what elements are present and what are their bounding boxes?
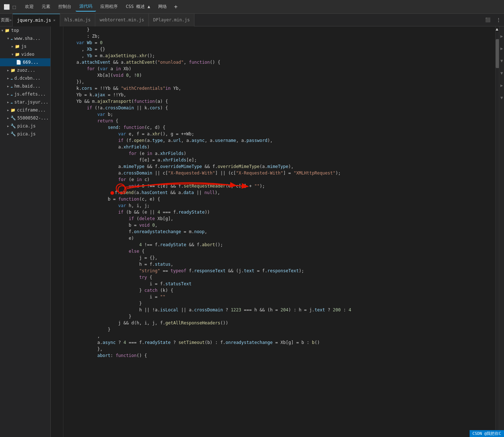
sidebar-item-www[interactable]: ▼ ☁ www.sha... [0, 34, 50, 42]
right-side-panel: ▶ ▶ ▼ ▼ ▶ ▼ [499, 26, 504, 437]
file-icon: 🔧 [10, 131, 16, 136]
nav-extra-button[interactable]: ▼ [500, 95, 503, 100]
tab-close-icon[interactable]: ✕ [53, 18, 55, 22]
menu-network[interactable]: 网络 [155, 2, 171, 11]
sidebar-item-label: hm.baid... [14, 84, 40, 89]
scroll-track [496, 68, 499, 432]
expand-icon: » [9, 18, 12, 22]
expand-tab-button[interactable]: ⬛ [482, 14, 493, 26]
sidebar-item-label: video [21, 52, 34, 57]
tab-hls-min[interactable]: hls.min.js [60, 14, 95, 26]
tab-menu-button[interactable]: ⋮ [493, 14, 504, 26]
status-bar: CSDN @我把你C [470, 430, 504, 437]
sidebar-item-label: d.dcvbn... [14, 76, 40, 81]
sidebar-item-669[interactable]: 📄 669... [0, 58, 50, 66]
sidebar-item-pica2[interactable]: ▶ 🔧 pica.js [0, 130, 50, 138]
tree-arrow-icon: ▼ [1, 29, 3, 32]
cloud-icon: ☁ [10, 76, 13, 81]
menu-css-overview[interactable]: CSS 概述 ▲ [122, 2, 154, 11]
cloud-icon: ☁ [10, 84, 13, 89]
gutter [51, 26, 63, 437]
sidebar-item-hmbaid[interactable]: ▶ ☁ hm.baid... [0, 82, 50, 90]
tab-bar: 页面 » jquery.min.js ✕ hls.min.js webtorre… [0, 14, 504, 26]
nav-down-button[interactable]: ▼ [500, 58, 503, 63]
tab-label: hls.min.js [64, 17, 91, 22]
nav-up-button[interactable]: ▶ [500, 34, 503, 39]
sidebar-item-label: js.effets... [14, 92, 46, 97]
sidebar-item-starjsyur[interactable]: ▶ ☁ star.jsyur... [0, 98, 50, 106]
sidebar-item-label: js [21, 44, 26, 49]
menu-sources[interactable]: 源代码 [76, 2, 96, 12]
sidebar-item-zuoz[interactable]: ▶ 📁 zuoz... [0, 66, 50, 74]
file-icon: 📄 [16, 60, 21, 65]
tree-arrow-icon: ▶ [7, 117, 9, 120]
sidebar-item-label: zuoz... [17, 68, 35, 73]
cloud-icon: ☁ [10, 100, 13, 105]
tab-label: DPlayer.min.js [153, 17, 190, 22]
cloud-icon: ☁ [10, 92, 13, 97]
inspect-icon[interactable]: ⬚ [13, 4, 16, 10]
sidebar-item-label: star.jsyur... [14, 100, 48, 105]
device-icon[interactable]: ⬜ [4, 4, 10, 10]
folder-icon: 📁 [10, 108, 16, 113]
sidebar-toggle-button[interactable]: 页面 » [0, 14, 13, 26]
code-content[interactable]: } : Zb; var Wb = 0 , Xb = {} , Yb = m.aj… [63, 26, 495, 437]
folder-icon: 📁 [10, 68, 16, 73]
file-icon: 🔧 [10, 115, 16, 121]
tree-arrow-icon: ▶ [7, 85, 9, 88]
code-editor: } : Zb; var Wb = 0 , Xb = {} , Yb = m.aj… [51, 26, 504, 437]
main-layout: ▼ 📁 top ▼ ☁ www.sha... ▶ 📁 js ▼ 📁 video … [0, 26, 504, 437]
tree-arrow-icon: ▶ [7, 109, 9, 112]
sidebar-item-cciframe[interactable]: ▶ 📁 cciframe... [0, 106, 50, 114]
sidebar-toggle-icon: 页面 [1, 17, 9, 23]
file-tree-sidebar: ▼ 📁 top ▼ ☁ www.sha... ▶ 📁 js ▼ 📁 video … [0, 26, 51, 437]
folder-icon: 📁 [5, 28, 10, 33]
tree-arrow-icon: ▶ [12, 45, 13, 48]
tab-webtorrent-min[interactable]: webtorrent.min.js [95, 14, 149, 26]
toolbar: ⬜ ⬚ 欢迎 元素 控制台 源代码 应用程序 CSS 概述 ▲ 网络 + [0, 0, 504, 14]
cloud-icon: ☁ [10, 36, 13, 41]
sidebar-item-label: 55000502-... [17, 115, 49, 121]
tab-dplayer-min[interactable]: DPlayer.min.js [149, 14, 194, 26]
tree-arrow-icon: ▼ [12, 53, 13, 56]
tab-label: jquery.min.js [17, 18, 51, 23]
tree-arrow-icon: ▶ [7, 93, 9, 96]
tab-label: webtorrent.min.js [100, 17, 144, 22]
file-icon: 🔧 [10, 123, 16, 129]
code-pre: } : Zb; var Wb = 0 , Xb = {} , Yb = m.aj… [63, 26, 495, 359]
sidebar-item-55000502[interactable]: ▶ 🔧 55000502-... [0, 114, 50, 122]
sidebar-item-label: 669... [23, 60, 38, 65]
sidebar-item-pica1[interactable]: ▶ 🔧 pica.js [0, 122, 50, 130]
tree-arrow-icon: ▶ [7, 77, 9, 80]
folder-icon: 📁 [15, 44, 20, 49]
nav-bottom-button[interactable]: ▼ [500, 71, 503, 76]
menu-elements[interactable]: 元素 [38, 2, 54, 11]
toolbar-menu: 欢迎 元素 控制台 源代码 应用程序 CSS 概述 ▲ 网络 + [21, 2, 180, 12]
sidebar-item-label: cciframe... [17, 108, 46, 113]
add-panel-button[interactable]: + [171, 2, 181, 12]
tree-arrow-icon: ▼ [7, 37, 9, 40]
sidebar-item-label: www.sha... [14, 36, 40, 41]
tab-jquery-min[interactable]: jquery.min.js ✕ [13, 14, 60, 26]
sidebar-item-dcvbn[interactable]: ▶ ☁ d.dcvbn... [0, 74, 50, 82]
nav-action-button[interactable]: ▶ [500, 83, 503, 88]
vertical-scrollbar[interactable]: ▲ ▼ [495, 26, 499, 437]
tree-arrow-icon: ▶ [7, 125, 9, 128]
nav-toggle-button[interactable]: ▶ [500, 46, 503, 51]
menu-application[interactable]: 应用程序 [97, 2, 121, 11]
tree-arrow-icon: ▶ [7, 69, 9, 72]
sidebar-item-jseffets[interactable]: ▶ ☁ js.effets... [0, 90, 50, 98]
sidebar-item-label: pica.js [17, 123, 36, 129]
toolbar-icons: ⬜ ⬚ [4, 4, 16, 10]
menu-welcome[interactable]: 欢迎 [21, 2, 37, 11]
sidebar-item-label: top [11, 28, 19, 33]
sidebar-item-js[interactable]: ▶ 📁 js [0, 42, 50, 50]
sidebar-item-top[interactable]: ▼ 📁 top [0, 26, 50, 34]
sidebar-item-video[interactable]: ▼ 📁 video [0, 50, 50, 58]
menu-console[interactable]: 控制台 [55, 2, 75, 11]
tree-arrow-icon: ▶ [7, 101, 9, 104]
tree-arrow-icon: ▶ [7, 133, 9, 136]
sidebar-item-label: pica.js [17, 131, 36, 136]
folder-icon: 📁 [15, 52, 20, 57]
